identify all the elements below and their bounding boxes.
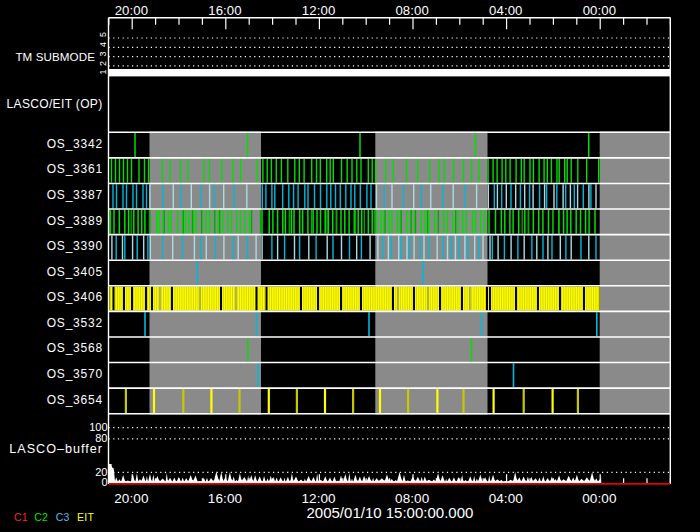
svg-text:00:00: 00:00 (583, 3, 617, 18)
svg-text:OS_3570: OS_3570 (47, 367, 103, 381)
svg-text:5: 5 (98, 32, 108, 37)
svg-text:OS_3532: OS_3532 (47, 316, 103, 330)
svg-text:2005/01/10 15:00:00.000: 2005/01/10 15:00:00.000 (307, 504, 474, 521)
svg-text:04:00: 04:00 (489, 491, 523, 506)
svg-text:4: 4 (98, 42, 108, 47)
svg-text:00:00: 00:00 (582, 491, 616, 506)
svg-text:LASCO/EIT (OP): LASCO/EIT (OP) (7, 97, 103, 111)
svg-text:TM SUBMODE: TM SUBMODE (15, 50, 95, 63)
svg-text:OS_3568: OS_3568 (47, 341, 103, 355)
svg-text:16:00: 16:00 (208, 491, 242, 506)
svg-text:04:00: 04:00 (489, 3, 523, 18)
svg-text:OS_3405: OS_3405 (47, 265, 103, 279)
svg-text:OS_3389: OS_3389 (47, 214, 103, 228)
svg-text:C2: C2 (34, 511, 48, 523)
svg-text:16:00: 16:00 (208, 3, 242, 18)
svg-text:LASCO–buffer: LASCO–buffer (9, 442, 103, 456)
svg-text:20:00: 20:00 (114, 491, 148, 506)
svg-text:0: 0 (101, 476, 107, 488)
svg-text:2: 2 (98, 61, 108, 66)
svg-text:20:00: 20:00 (115, 3, 149, 18)
svg-text:08:00: 08:00 (395, 3, 429, 18)
svg-text:C3: C3 (56, 511, 70, 523)
svg-text:OS_3654: OS_3654 (47, 393, 103, 407)
svg-text:3: 3 (98, 51, 108, 56)
svg-text:OS_3390: OS_3390 (47, 239, 103, 253)
svg-text:1: 1 (98, 69, 108, 74)
svg-text:C1: C1 (14, 511, 28, 523)
svg-text:12:00: 12:00 (302, 3, 336, 18)
svg-text:EIT: EIT (77, 511, 94, 523)
svg-text:OS_3406: OS_3406 (47, 290, 103, 304)
svg-text:OS_3342: OS_3342 (47, 137, 103, 151)
svg-text:OS_3387: OS_3387 (47, 188, 103, 202)
svg-text:OS_3361: OS_3361 (47, 162, 103, 176)
svg-text:80: 80 (95, 432, 107, 444)
